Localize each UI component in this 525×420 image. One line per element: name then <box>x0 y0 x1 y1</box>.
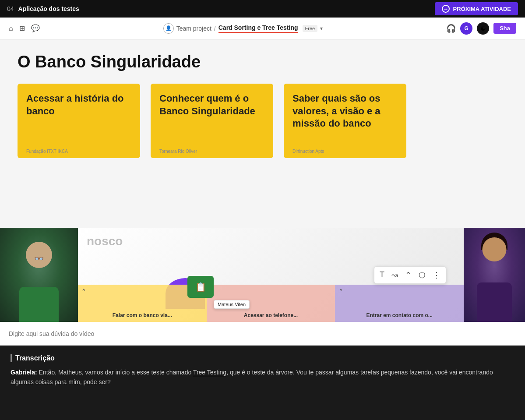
bottom-card-2-label: Acessar ao telefone... <box>244 312 298 318</box>
more-tool-icon[interactable]: ⋮ <box>433 270 440 280</box>
grid-icon[interactable]: ⊞ <box>19 24 25 32</box>
active-page-label[interactable]: Card Sorting e Tree Testing <box>218 24 298 33</box>
secondary-nav: ⌂ ⊞ 💬 👤 Team project / Card Sorting e Tr… <box>0 18 525 39</box>
chevron-tool-icon[interactable]: ⌃ <box>405 270 412 280</box>
card-3-footer: Dirtinuction Apts <box>292 149 324 154</box>
card-2-footer: Torneara Rio Oliver <box>159 149 197 154</box>
user-tooltip: Mateus Viten <box>214 300 250 309</box>
person-body <box>19 287 59 322</box>
free-badge: Free <box>303 25 318 32</box>
nav-right-controls: 🎧 G ☯ Sha <box>446 22 516 35</box>
transcript-area: Transcrição Gabriela: Então, Matheus, va… <box>0 346 525 396</box>
left-webcam: 👓 <box>0 228 78 322</box>
step-number: 04 <box>7 5 14 12</box>
cards-container: Acessar a história do banco Fundação ITX… <box>18 84 507 158</box>
glasses-icon: 👓 <box>34 254 44 264</box>
transcript-body: Então, Matheus, vamos dar início a esse … <box>11 369 493 385</box>
transcript-title: Transcrição <box>11 354 514 362</box>
sticky-note-icon: 📋 <box>195 282 206 292</box>
question-input[interactable] <box>9 330 516 337</box>
text-tool-icon[interactable]: T <box>380 270 384 279</box>
transcript-text: Gabriela: Então, Matheus, vamos dar iníc… <box>11 367 514 387</box>
lesson-title: Aplicação dos testes <box>18 5 79 12</box>
nosco-text: nosco <box>87 234 123 248</box>
breadcrumb: 👤 Team project / Card Sorting e Tree Tes… <box>47 23 439 34</box>
next-activity-button[interactable]: → PRÓXIMA ATIVIDADE <box>435 2 518 15</box>
next-btn-label: PRÓXIMA ATIVIDADE <box>453 6 511 12</box>
bottom-card-3[interactable]: ^ Entrar em contato com o... <box>335 285 464 322</box>
home-icon[interactable]: ⌂ <box>9 25 13 32</box>
arrow-circle-icon: → <box>442 5 450 13</box>
transcript-link: Tree Testing <box>193 369 226 376</box>
top-bar: 04 Aplicação dos testes → PRÓXIMA ATIVID… <box>0 0 525 18</box>
card-3[interactable]: Saber quais são os valores, a visão e a … <box>284 84 406 158</box>
person-purple-bg <box>464 228 525 322</box>
person-icon: 👤 <box>163 23 174 34</box>
transcript-speaker: Gabriela: <box>11 369 37 376</box>
nav-icon-group: ⌂ ⊞ 💬 <box>9 24 40 32</box>
main-content-area: O Banco Singularidade Acessar a história… <box>0 39 525 228</box>
share-button[interactable]: Sha <box>493 23 516 34</box>
card-3-text: Saber quais são os valores, a visão e a … <box>292 92 398 130</box>
connector-tool-icon[interactable]: ↝ <box>391 270 398 280</box>
page-title: O Banco Singularidade <box>18 53 507 71</box>
card-1-text: Acessar a história do banco <box>26 92 131 117</box>
tooltip-text: Mateus Viten <box>218 302 246 307</box>
person-body2 <box>477 282 512 322</box>
green-badge[interactable]: 📋 <box>187 276 214 298</box>
card-1[interactable]: Acessar a história do banco Fundação ITX… <box>18 84 140 158</box>
card-2-text: Conhecer quem é o Banco Singularidade <box>159 92 264 117</box>
arrow-up-1: ^ <box>82 288 85 295</box>
chat-icon[interactable]: 💬 <box>31 24 40 32</box>
person-head2 <box>483 237 507 261</box>
user-avatar[interactable]: G <box>460 22 472 35</box>
card-1-footer: Fundação ITXT IKCA <box>26 149 68 154</box>
main-video-area: nosco ^ Falar com o banco via... ^ Acess… <box>78 228 464 322</box>
right-webcam <box>464 228 525 322</box>
bottom-cards-strip: ^ Falar com o banco via... ^ Acessar ao … <box>78 285 464 322</box>
video-area: 👓 nosco ^ Falar com o banco via... ^ Ace… <box>0 228 525 322</box>
card-2[interactable]: Conhecer quem é o Banco Singularidade To… <box>151 84 273 158</box>
bottom-card-3-label: Entrar em contato com o... <box>366 312 433 318</box>
dropdown-icon[interactable]: ▾ <box>320 25 323 32</box>
team-project-label: Team project <box>176 25 211 32</box>
arrow-up-3: ^ <box>339 288 342 295</box>
theme-toggle[interactable]: ☯ <box>477 22 489 35</box>
breadcrumb-separator: / <box>214 25 216 32</box>
headphones-icon[interactable]: 🎧 <box>446 24 456 33</box>
toolbar-overlay: T ↝ ⌃ ⬡ ⋮ <box>374 266 446 284</box>
person-green-bg: 👓 <box>0 228 78 322</box>
question-bar <box>0 322 525 346</box>
stamp-tool-icon[interactable]: ⬡ <box>419 270 426 280</box>
bottom-card-1-label: Falar com o banco via... <box>113 312 172 318</box>
